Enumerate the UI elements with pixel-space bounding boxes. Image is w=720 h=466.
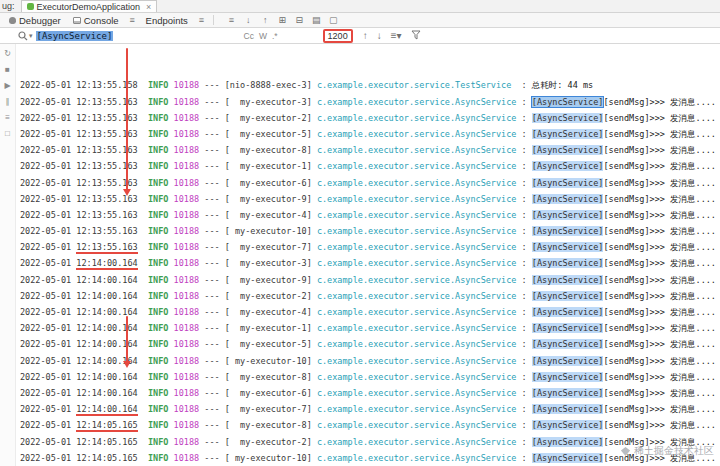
close-tab-icon[interactable]: × [146, 2, 151, 12]
log-colon: : [516, 453, 531, 463]
log-logger: c.example.executor.service.AsyncService [317, 404, 517, 414]
log-pid: 10188 [168, 242, 199, 252]
log-time: 12:14:00.164 [76, 291, 137, 301]
log-message: [sendMsg]>>> 发消息.... [603, 242, 716, 252]
log-colon: : [516, 226, 531, 236]
log-time: 12:14:00.164 [76, 258, 137, 268]
log-logger: c.example.executor.service.AsyncService [317, 161, 517, 171]
search-match: [AsyncService] [532, 372, 604, 382]
log-thread: [ my-executor-6] [225, 178, 317, 188]
search-icon[interactable]: ▾ [18, 31, 33, 41]
log-separator: --- [199, 437, 225, 447]
mute-breakpoints-icon[interactable]: ≡ [2, 113, 14, 122]
log-level: INFO [138, 226, 169, 236]
log-level: INFO [138, 80, 169, 90]
log-colon: : [516, 178, 531, 188]
search-query: [AsyncService] [36, 31, 114, 41]
log-separator: --- [199, 453, 225, 463]
log-pid: 10188 [168, 339, 199, 349]
log-logger: c.example.executor.service.AsyncService [317, 291, 517, 301]
tab-debugger[interactable]: Debugger [4, 13, 66, 27]
filter-icon[interactable] [408, 30, 424, 42]
clear-all-icon[interactable]: ▢ [327, 16, 340, 25]
log-time: 12:14:00.164 [76, 339, 137, 349]
pause-icon[interactable]: ∥ [2, 97, 14, 106]
log-level: INFO [138, 307, 169, 317]
log-colon: : [516, 437, 531, 447]
log-date: 2022-05-01 [20, 194, 76, 204]
collapse-all-icon[interactable]: ⊟ [293, 16, 306, 25]
log-colon: : [516, 372, 531, 382]
tab-endpoints[interactable]: Endpoints [141, 13, 193, 27]
soft-wrap-icon[interactable]: ≡ [225, 16, 238, 25]
search-match: [AsyncService] [532, 258, 604, 268]
log-message: [sendMsg]>>> 发消息.... [603, 307, 716, 317]
scroll-to-top-icon[interactable]: ↑ [259, 16, 272, 25]
stop-icon[interactable]: ■ [2, 65, 14, 74]
layout-options-icon[interactable]: ≡ [126, 16, 139, 25]
log-date: 2022-05-01 [20, 453, 76, 463]
log-pid: 10188 [168, 275, 199, 285]
regex-toggle[interactable]: .* [272, 31, 278, 41]
log-colon: : [516, 210, 531, 220]
run-tab[interactable]: ExecutorDemoApplication × [21, 0, 158, 12]
expand-all-icon[interactable]: ⊞ [276, 16, 289, 25]
rerun-icon[interactable]: ↻ [2, 49, 14, 58]
debugger-icon [9, 17, 16, 24]
log-level: INFO [138, 97, 169, 107]
search-history-caret-icon[interactable]: ▾ [29, 32, 33, 40]
log-level: INFO [138, 242, 169, 252]
log-message: [sendMsg]>>> 发消息.... [603, 453, 716, 463]
log-pid: 10188 [168, 161, 199, 171]
prev-occurrence-icon[interactable]: ↑ [360, 30, 371, 41]
tab-console-label: Console [84, 15, 119, 26]
log-date: 2022-05-01 [20, 339, 76, 349]
log-pid: 10188 [168, 97, 199, 107]
log-thread: [ my-executor-1] [225, 323, 317, 333]
endpoints-options-icon[interactable]: ≡ [195, 16, 208, 25]
console-output[interactable]: 2022-05-01 12:13:55.158 INFO 10188 --- [… [16, 44, 720, 466]
log-pid: 10188 [168, 372, 199, 382]
log-pid: 10188 [168, 307, 199, 317]
log-time: 12:13:55.163 [76, 226, 137, 236]
scroll-to-end-icon[interactable]: ↓ [242, 16, 255, 25]
log-message: [sendMsg]>>> 发消息.... [603, 420, 716, 430]
search-match: [AsyncService] [532, 194, 604, 204]
print-icon[interactable]: ▤ [310, 16, 323, 25]
log-message: [sendMsg]>>> 发消息.... [603, 226, 716, 236]
log-date: 2022-05-01 [20, 275, 76, 285]
search-input[interactable]: [AsyncService] [36, 29, 241, 42]
tab-console[interactable]: Console [68, 13, 124, 27]
log-level: INFO [138, 437, 169, 447]
words-toggle[interactable]: W [259, 31, 267, 41]
search-options-icon[interactable]: ≡▾ [388, 30, 405, 41]
log-message: [sendMsg]>>> 发消息.... [603, 113, 716, 123]
console-toolbar-icons: ≡↓↑⊞⊟▤▢ [225, 16, 340, 25]
log-pid: 10188 [168, 404, 199, 414]
settings-icon[interactable]: □ [2, 129, 14, 138]
log-colon: : [516, 129, 531, 139]
log-colon: : [516, 323, 531, 333]
search-match: [AsyncService] [532, 453, 604, 463]
log-time: 12:13:55.163 [76, 178, 137, 188]
log-colon: : [516, 275, 531, 285]
log-thread: [ my-executor-2] [225, 113, 317, 123]
log-line: 2022-05-01 12:14:00.164 INFO 10188 --- [… [20, 255, 720, 271]
log-separator: --- [199, 145, 225, 155]
match-case-toggle[interactable]: Cc [244, 31, 254, 41]
log-time: 12:14:05.165 [76, 453, 137, 463]
resume-icon[interactable]: ▶ [2, 81, 14, 90]
log-separator: --- [199, 420, 225, 430]
log-separator: --- [199, 242, 225, 252]
next-occurrence-icon[interactable]: ↓ [374, 30, 385, 41]
search-match: [AsyncService] [532, 307, 604, 317]
log-line: 2022-05-01 12:14:05.165 INFO 10188 --- [… [20, 450, 720, 466]
tab-endpoints-label: Endpoints [146, 15, 188, 26]
log-logger: c.example.executor.service.AsyncService [317, 178, 517, 188]
log-separator: --- [199, 129, 225, 139]
log-pid: 10188 [168, 420, 199, 430]
log-thread: [ my-executor-9] [225, 275, 317, 285]
log-message: [sendMsg]>>> 发消息.... [603, 275, 716, 285]
log-level: INFO [138, 178, 169, 188]
log-thread: [ my-executor-10] [225, 226, 317, 236]
